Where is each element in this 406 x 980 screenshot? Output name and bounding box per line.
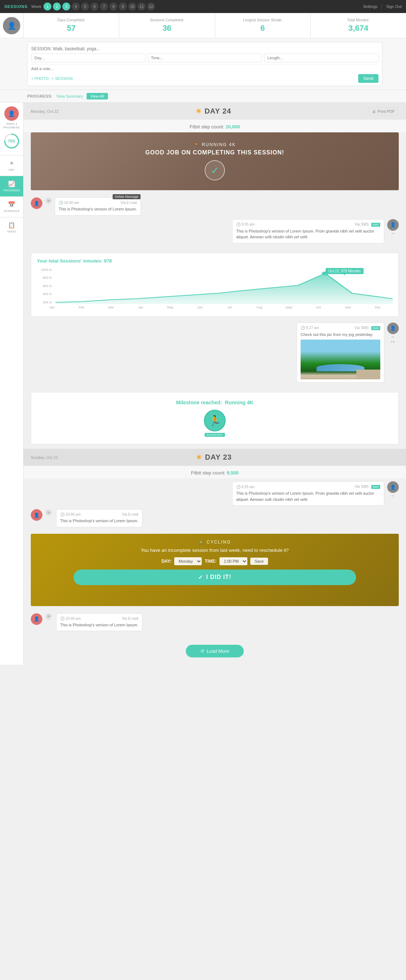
day-23-sun-icon: ☀	[196, 453, 202, 461]
msg-time-photo: 🕐 8:27 am	[301, 326, 319, 330]
week-step-7[interactable]: 7	[100, 3, 108, 11]
day-23-header: Sunday, Oct 21 ☀ DAY 23	[24, 449, 406, 466]
time-label: TIME:	[205, 559, 217, 564]
day-24-header: Monday, Oct 22 ☀ DAY 24 🖨 Print PDF	[24, 103, 406, 120]
week-progress-label: WEEK 3PROGRESS:	[3, 122, 20, 129]
cycling-banner: 🚴 CYCLING You have an incomplete session…	[31, 534, 399, 606]
i-did-it-button[interactable]: ✓ I DID IT!	[74, 570, 356, 585]
week-step-9[interactable]: 9	[119, 3, 127, 11]
post-row	[31, 54, 379, 62]
load-more-button[interactable]: ↺ Load More	[186, 645, 243, 657]
week-step-6[interactable]: 6	[91, 3, 99, 11]
msg-icon-1: ✉	[45, 197, 52, 204]
sidebar-item-day[interactable]: ☀ DAY	[0, 155, 23, 176]
chart-title-text: Your total Sessions' minutes:	[37, 258, 102, 264]
message-section-24: 👤 ✉ Delete Message 🕐 10:40 am Via E-mail…	[24, 194, 406, 250]
msg-via-1: Via E-mail	[121, 201, 137, 205]
session-input[interactable]	[31, 46, 379, 51]
msg-bubble-photo: 🕐 8:27 am Via SMS SMS Check out this pic…	[297, 323, 384, 383]
chart-x-feb: Feb	[67, 305, 96, 309]
week-step-1[interactable]: 1	[43, 3, 51, 11]
msg-avatar-23-left: 👤	[31, 509, 42, 521]
message-left-after: 👤 ✉ 🕐 10:40 am Via E-mail This is Photos…	[31, 613, 399, 632]
days-completed-value: 57	[26, 24, 116, 33]
total-minutes-value: 3,674	[314, 24, 403, 33]
msg-header-1: 🕐 10:40 am Via E-mail	[59, 201, 137, 205]
msg-left-icons-1: ✉	[45, 197, 52, 204]
sidebar-item-tasks[interactable]: 📋 TASKS	[0, 217, 23, 238]
landscape-photo	[301, 340, 380, 379]
msg-bubble-left-23-1: 🕐 10:40 am Via E-mail This is Photoshop'…	[56, 509, 142, 527]
msg-photo	[301, 340, 380, 379]
view-all-button[interactable]: View All	[86, 93, 107, 99]
photo-button[interactable]: + PHOTO	[31, 76, 48, 81]
after-message-section: 👤 ✉ 🕐 10:40 am Via E-mail This is Photos…	[24, 611, 406, 638]
schedule-icon: 📅	[8, 201, 15, 208]
week-step-2[interactable]: 2	[53, 3, 61, 11]
chart-x-dec: Dec	[363, 305, 393, 309]
msg-bubble-right-23-1: 🕐 9:35 am Via SMS SMS This is Photoshop'…	[232, 481, 384, 506]
day-24-label: DAY 24	[205, 107, 232, 115]
sessions-completed-value: 36	[122, 24, 211, 33]
msg-avatar-right-1: 👤	[387, 219, 399, 231]
msg-header-photo: 🕐 8:27 am Via SMS SMS	[301, 326, 380, 330]
load-more-label: Load More	[206, 648, 229, 654]
reschedule-save-button[interactable]: Save	[250, 558, 268, 565]
week-step-3[interactable]: 3	[62, 3, 70, 11]
day-select[interactable]: Monday	[174, 557, 202, 565]
week-steps: 1 2 3 4 5 6 7 8 9 10 11 12	[43, 3, 155, 11]
on-day-input[interactable]	[31, 54, 145, 62]
chart-section: Your total Sessions' minutes: 978 Oct 22…	[31, 253, 399, 317]
load-more-icon: ↺	[200, 648, 204, 654]
nav-divider: |	[381, 3, 382, 10]
day-23-date: Sunday, Oct 21	[31, 455, 58, 460]
fitbit-label: Fitbit step count:	[190, 124, 224, 129]
session-complete-text: GOOD JOB ON COMPLETING THIS SESSION!	[145, 150, 284, 156]
week-step-11[interactable]: 11	[137, 3, 145, 11]
cycling-content: 🚴 CYCLING You have an incomplete session…	[31, 534, 399, 591]
cycling-incomplete-text: You have an incomplete session from last…	[38, 547, 392, 553]
settings-link[interactable]: Settings	[363, 4, 377, 9]
msg-icon-23: ✉	[45, 509, 52, 515]
signout-link[interactable]: Sign Out	[386, 4, 402, 9]
sidebar-item-schedule[interactable]: 📅 SCHEDULE	[0, 196, 23, 217]
week-step-5[interactable]: 5	[81, 3, 89, 11]
sidebar-item-progress[interactable]: 📈 PROGRESS	[0, 176, 23, 196]
chart-x-nov: Nov	[333, 305, 363, 309]
msg-text-r1: This is Photoshop's version of Lorem Ips…	[236, 228, 380, 240]
session-checkmark: ✓	[205, 160, 225, 180]
at-time-input[interactable]	[148, 54, 262, 62]
week-step-8[interactable]: 8	[109, 3, 117, 11]
msg-reply-icon-23-1: ↩	[392, 494, 395, 498]
msg-right-avatar-photo: 👤 ↩ 2▲	[387, 323, 399, 343]
week-step-4[interactable]: 4	[72, 3, 80, 11]
week-step-12[interactable]: 12	[147, 3, 155, 11]
msg-via-photo: Via SMS SMS	[355, 326, 380, 330]
post-actions: + PHOTO + SESSION Send	[31, 74, 379, 83]
note-input[interactable]	[31, 64, 379, 73]
add-session-button[interactable]: + SESSION	[51, 76, 72, 81]
msg-avatar-after: 👤	[31, 613, 42, 625]
msg-bubble-right-1: 🕐 9:35 am Via SMS SMS This is Photoshop'…	[232, 219, 384, 243]
msg-avatar-right-23-1: 👤	[387, 481, 399, 493]
fitbit-count-24: Fitbit step count: 10,000	[24, 120, 406, 132]
view-summary-button[interactable]: View Summary	[56, 94, 83, 99]
fitbit-value-24: 10,000	[225, 124, 240, 129]
print-label: Print PDF	[377, 109, 395, 113]
msg-time-after: 🕐 10:40 am	[60, 617, 80, 620]
chart-tooltip: Oct 22, 978 Minutes	[326, 268, 364, 274]
print-pdf-button[interactable]: 🖨 Print PDF	[368, 107, 399, 115]
main-layout: 👤 WEEK 3PROGRESS: 75% ☀ DAY 📈 PROGRESS 📅…	[0, 103, 406, 665]
delete-message-button-1[interactable]: Delete Message	[113, 194, 141, 199]
milestone-title-text: Milestone reached:	[176, 399, 222, 406]
day-24-sun-icon: ☀	[196, 107, 202, 115]
chart-x-jan: Jan	[37, 305, 67, 309]
day-24-title: ☀ DAY 24	[196, 107, 232, 115]
time-select[interactable]: 1:00 PM	[219, 557, 247, 565]
send-button[interactable]: Send	[358, 74, 379, 83]
progress-circle: 75%	[3, 133, 20, 150]
top-nav-right: Settings | Sign Out	[363, 3, 402, 10]
week-step-10[interactable]: 10	[128, 3, 136, 11]
for-length-input[interactable]	[264, 54, 379, 62]
longest-streak-label: Longest Session Streak:	[218, 18, 307, 22]
